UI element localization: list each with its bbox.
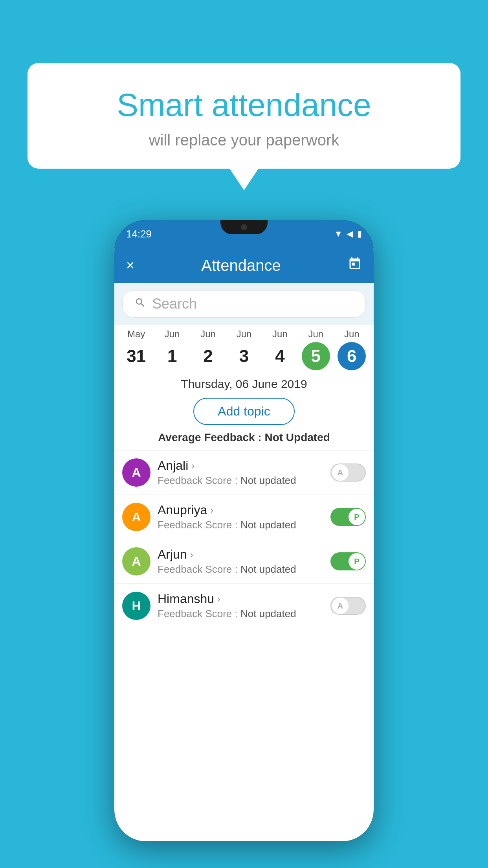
cal-day-0[interactable]: 31	[122, 342, 150, 370]
search-bar[interactable]: Search	[122, 290, 366, 318]
student-avatar-3: H	[122, 592, 150, 620]
student-row-2[interactable]: AArjun ›Feedback Score : Not updatedP	[114, 539, 374, 584]
cal-month-6: Jun	[344, 329, 360, 340]
app-header: × Attendance	[114, 248, 374, 283]
student-info-0: Anjali ›Feedback Score : Not updated	[158, 458, 323, 487]
calendar-dates: May31Jun1Jun2Jun3Jun4Jun5Jun6	[114, 325, 374, 370]
cal-day-4[interactable]: 4	[266, 342, 294, 370]
status-time: 14:29	[126, 228, 152, 240]
calendar-col-0[interactable]: May31	[118, 329, 154, 370]
avg-feedback-value: Not Updated	[264, 431, 330, 443]
search-container: Search	[114, 283, 374, 325]
status-icons: ▼ ◀ ▮	[334, 229, 362, 239]
bubble-subtitle: will replace your paperwork	[51, 131, 437, 149]
speech-bubble-container: Smart attendance will replace your paper…	[28, 63, 460, 169]
student-row-0[interactable]: AAnjali ›Feedback Score : Not updatedA	[114, 451, 374, 495]
student-name-0[interactable]: Anjali ›	[158, 458, 323, 473]
toggle-knob-1: P	[349, 509, 365, 525]
student-feedback-2: Feedback Score : Not updated	[158, 563, 323, 576]
calendar-col-3[interactable]: Jun3	[226, 329, 262, 370]
toggle-knob-0: A	[332, 464, 349, 481]
student-list: AAnjali ›Feedback Score : Not updatedAAA…	[114, 451, 374, 628]
calendar-col-1[interactable]: Jun1	[154, 329, 190, 370]
toggle-container-1[interactable]: P	[330, 508, 366, 526]
chevron-icon-2: ›	[190, 549, 193, 560]
avg-feedback: Average Feedback : Not Updated	[114, 431, 374, 450]
add-topic-container: Add topic	[114, 394, 374, 431]
toggle-knob-3: A	[332, 598, 349, 614]
cal-month-1: Jun	[165, 329, 180, 340]
cal-month-2: Jun	[200, 329, 216, 340]
cal-day-5[interactable]: 5	[302, 342, 330, 370]
calendar-col-2[interactable]: Jun2	[190, 329, 226, 370]
toggle-container-3[interactable]: A	[330, 597, 366, 615]
calendar-col-5[interactable]: Jun5	[298, 329, 334, 370]
toggle-knob-2: P	[349, 553, 365, 570]
student-avatar-2: A	[122, 547, 150, 576]
student-name-3[interactable]: Himanshu ›	[158, 592, 323, 606]
header-title: Attendance	[201, 257, 281, 274]
student-feedback-1: Feedback Score : Not updated	[158, 519, 323, 531]
calendar-col-4[interactable]: Jun4	[262, 329, 298, 370]
calendar-icon[interactable]	[348, 257, 362, 274]
cal-day-3[interactable]: 3	[230, 342, 258, 370]
battery-icon: ▮	[357, 229, 362, 239]
cal-month-4: Jun	[272, 329, 288, 340]
chevron-icon-1: ›	[210, 505, 213, 516]
attendance-toggle-0[interactable]: A	[330, 463, 366, 482]
cal-month-0: May	[127, 329, 145, 340]
cal-day-6[interactable]: 6	[338, 342, 366, 370]
avg-feedback-label: Average Feedback :	[158, 431, 262, 443]
phone-frame: 14:29 ▼ ◀ ▮ × Attendance	[114, 220, 374, 841]
student-row-3[interactable]: HHimanshu ›Feedback Score : Not updatedA	[114, 584, 374, 628]
student-feedback-0: Feedback Score : Not updated	[158, 474, 323, 487]
student-name-1[interactable]: Anupriya ›	[158, 503, 323, 517]
cal-month-3: Jun	[237, 329, 252, 340]
add-topic-button[interactable]: Add topic	[193, 398, 294, 425]
student-name-2[interactable]: Arjun ›	[158, 547, 323, 562]
cal-day-1[interactable]: 1	[158, 342, 186, 370]
attendance-toggle-3[interactable]: A	[330, 597, 366, 615]
phone-screen: × Attendance Search May31Jun1Jun2Jun3Jun…	[114, 248, 374, 841]
student-feedback-3: Feedback Score : Not updated	[158, 608, 323, 620]
chevron-icon-0: ›	[191, 460, 194, 471]
search-icon	[134, 297, 146, 311]
selected-date-label: Thursday, 06 June 2019	[114, 370, 374, 394]
toggle-container-2[interactable]: P	[330, 552, 366, 570]
search-input[interactable]: Search	[152, 296, 197, 312]
student-avatar-0: A	[122, 458, 150, 487]
student-info-2: Arjun ›Feedback Score : Not updated	[158, 547, 323, 576]
calendar-col-6[interactable]: Jun6	[334, 329, 370, 370]
student-row-1[interactable]: AAnupriya ›Feedback Score : Not updatedP	[114, 495, 374, 539]
student-avatar-1: A	[122, 503, 150, 531]
wifi-icon: ▼	[334, 229, 343, 239]
close-button[interactable]: ×	[126, 257, 134, 274]
signal-icon: ◀	[347, 229, 353, 239]
speech-bubble: Smart attendance will replace your paper…	[28, 63, 460, 169]
toggle-container-0[interactable]: A	[330, 463, 366, 482]
student-info-1: Anupriya ›Feedback Score : Not updated	[158, 503, 323, 531]
cal-day-2[interactable]: 2	[194, 342, 222, 370]
cal-month-5: Jun	[308, 329, 323, 340]
status-bar: 14:29 ▼ ◀ ▮	[114, 220, 374, 248]
bubble-title: Smart attendance	[51, 86, 437, 123]
chevron-icon-3: ›	[217, 594, 220, 605]
attendance-toggle-2[interactable]: P	[330, 552, 366, 570]
camera-dot	[241, 224, 247, 230]
student-info-3: Himanshu ›Feedback Score : Not updated	[158, 592, 323, 620]
attendance-toggle-1[interactable]: P	[330, 508, 366, 526]
phone-notch	[220, 220, 268, 234]
